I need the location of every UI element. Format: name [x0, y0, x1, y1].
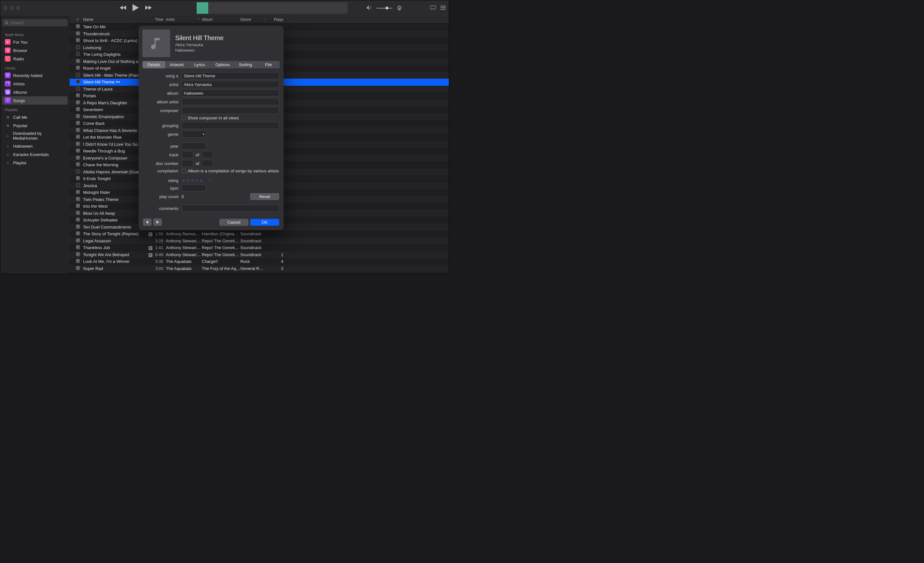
list-icon[interactable] — [441, 6, 446, 11]
sidebar-playlist-item[interactable]: ♫Halloween — [2, 142, 68, 150]
track-checkbox[interactable] — [76, 32, 80, 35]
track-checkbox[interactable] — [76, 142, 80, 146]
minimize-window-icon[interactable] — [10, 6, 14, 10]
sidebar-playlist-item[interactable]: ⚙Call Me — [2, 113, 68, 121]
track-checkbox[interactable] — [76, 266, 80, 270]
track-checkbox[interactable] — [76, 218, 80, 221]
close-window-icon[interactable] — [3, 6, 8, 10]
track-checkbox[interactable] — [76, 121, 80, 125]
now-playing-display[interactable] — [196, 2, 348, 14]
column-plays[interactable]: Plays — [268, 17, 283, 22]
album-artist-field[interactable] — [182, 98, 279, 105]
track-checkbox[interactable] — [76, 101, 80, 104]
tab-options[interactable]: Options — [212, 61, 234, 68]
track-row[interactable]: Tonight We Are BetrayedE0:45Anthony Stew… — [70, 251, 449, 258]
column-check[interactable]: ✓ — [76, 17, 81, 22]
track-row[interactable]: Look At Me, I'm a Winner3:35The Aquabats… — [70, 258, 449, 265]
sidebar-playlist-item[interactable]: ♫Karaoke Essentials — [2, 150, 68, 159]
column-album[interactable]: Album — [202, 17, 240, 22]
track-checkbox[interactable] — [76, 197, 80, 201]
airplay-icon[interactable] — [397, 5, 402, 11]
track-checkbox[interactable] — [76, 87, 80, 90]
sidebar-item-for you[interactable]: ♥For You — [2, 38, 68, 46]
cancel-button[interactable]: Cancel — [219, 219, 248, 226]
disc-total-field[interactable] — [202, 160, 213, 167]
artist-field[interactable] — [182, 81, 279, 88]
sidebar-playlist-item[interactable]: ♫Downloaded by MediaHuman — [2, 130, 68, 142]
favorite-filter-icon[interactable]: ♡ — [263, 18, 266, 21]
reset-button[interactable]: Reset — [250, 193, 279, 200]
track-total-field[interactable] — [202, 151, 213, 158]
track-checkbox[interactable] — [76, 149, 80, 152]
sidebar-item-browse[interactable]: ☰Browse — [2, 46, 68, 54]
track-checkbox[interactable] — [76, 245, 80, 249]
window-controls[interactable] — [3, 6, 20, 10]
ok-button[interactable]: OK — [250, 219, 279, 226]
track-row[interactable]: Super Rad3:03The AquabatsThe Fury of the… — [70, 265, 449, 272]
lyrics-icon[interactable] — [430, 6, 436, 11]
track-row[interactable]: The Story of Tonight (Reprise)E1:56Antho… — [70, 230, 449, 237]
column-name[interactable]: Name — [81, 17, 148, 22]
tab-lyrics[interactable]: Lyrics — [188, 61, 212, 68]
tab-sorting[interactable]: Sorting — [234, 61, 257, 68]
compilation-checkbox[interactable] — [182, 169, 186, 173]
tab-details[interactable]: Details — [142, 61, 165, 68]
track-checkbox[interactable] — [76, 66, 80, 70]
sidebar-item-artists[interactable]: 🎤Artists — [2, 80, 68, 88]
track-checkbox[interactable] — [76, 170, 80, 173]
track-checkbox[interactable] — [76, 73, 80, 77]
tab-file[interactable]: File — [257, 61, 280, 68]
track-row[interactable]: Legal Assassin3:29Anthony Stewart…Repo! … — [70, 237, 449, 245]
prev-song-button[interactable] — [143, 219, 152, 226]
column-artist[interactable]: Artist ⌃ — [166, 17, 202, 22]
track-checkbox[interactable] — [76, 107, 80, 111]
dialog-tabs[interactable]: DetailsArtworkLyricsOptionsSortingFile — [142, 61, 280, 68]
track-number-field[interactable] — [182, 151, 193, 158]
track-checkbox[interactable] — [76, 80, 80, 83]
track-checkbox[interactable] — [76, 239, 80, 242]
search-input[interactable] — [10, 20, 65, 25]
track-checkbox[interactable] — [76, 211, 80, 215]
next-song-button[interactable] — [153, 219, 162, 226]
rating-stars[interactable]: ☆☆☆☆☆ — [182, 178, 204, 183]
next-track-icon[interactable] — [145, 5, 152, 11]
track-checkbox[interactable] — [76, 231, 80, 235]
song-field[interactable] — [182, 72, 279, 79]
track-checkbox[interactable] — [76, 190, 80, 194]
column-genre[interactable]: Genre ♡ — [240, 17, 268, 22]
track-checkbox[interactable] — [76, 135, 80, 139]
bpm-field[interactable] — [182, 185, 206, 192]
search-field[interactable] — [2, 19, 68, 26]
track-checkbox[interactable] — [76, 162, 80, 166]
disc-number-field[interactable] — [182, 160, 193, 167]
sidebar-playlist-item[interactable]: ♫Playlist — [2, 159, 68, 167]
volume-slider[interactable] — [376, 8, 392, 9]
track-checkbox[interactable] — [76, 52, 80, 56]
track-checkbox[interactable] — [76, 225, 80, 228]
composer-field[interactable] — [182, 107, 279, 114]
sidebar-item-albums[interactable]: 💿Albums — [2, 88, 68, 96]
comments-field[interactable] — [182, 205, 279, 212]
tab-artwork[interactable]: Artwork — [165, 61, 189, 68]
track-checkbox[interactable] — [76, 114, 80, 118]
show-composer-checkbox[interactable] — [182, 116, 186, 120]
zoom-window-icon[interactable] — [16, 6, 20, 10]
track-checkbox[interactable] — [76, 45, 80, 49]
track-checkbox[interactable] — [76, 156, 80, 159]
sidebar-playlist-item[interactable]: ⚙Popular — [2, 121, 68, 130]
love-icon[interactable]: ♡ — [208, 178, 212, 183]
track-checkbox[interactable] — [76, 24, 80, 28]
track-row[interactable]: Thankless JobE1:41Anthony Stewart…Repo! … — [70, 244, 449, 251]
dialog-artwork[interactable] — [142, 30, 170, 57]
year-field[interactable] — [182, 143, 206, 150]
play-button-icon[interactable] — [132, 4, 139, 12]
genre-select[interactable]: ▾ — [182, 131, 206, 138]
sidebar-item-recently added[interactable]: ⏱Recently Added — [2, 71, 68, 80]
previous-track-icon[interactable] — [120, 5, 127, 11]
column-headers[interactable]: ✓ Name Time Artist ⌃ Album Genre ♡ Plays — [70, 16, 449, 23]
track-checkbox[interactable] — [76, 252, 80, 256]
sidebar-item-songs[interactable]: ♪Songs — [2, 96, 68, 105]
track-checkbox[interactable] — [76, 204, 80, 208]
column-time[interactable]: Time — [148, 17, 166, 22]
track-checkbox[interactable] — [76, 38, 80, 42]
